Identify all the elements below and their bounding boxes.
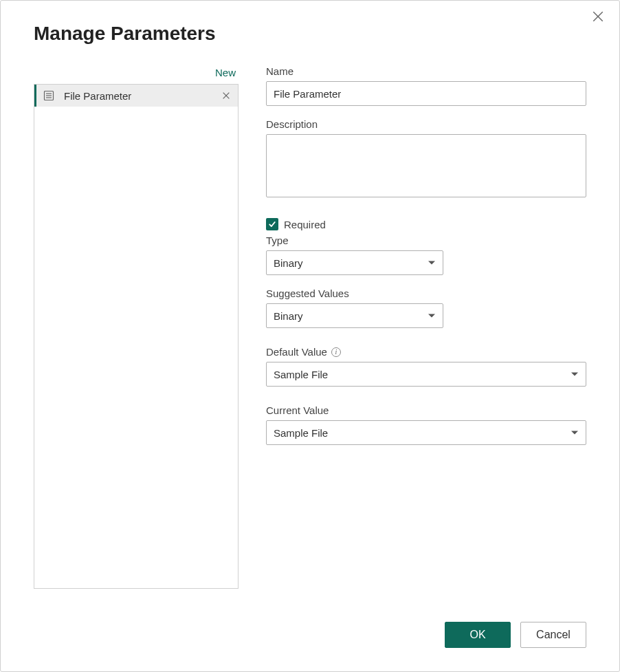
suggested-values-label: Suggested Values	[266, 288, 586, 299]
dialog-title: Manage Parameters	[34, 23, 216, 45]
default-value-dropdown-value: Sample File	[274, 369, 328, 380]
chevron-down-icon	[428, 259, 436, 267]
parameter-form: Name Description Required Type Binary	[266, 65, 586, 589]
required-checkbox[interactable]	[266, 218, 278, 230]
name-label: Name	[266, 65, 586, 77]
description-input[interactable]	[266, 134, 586, 197]
required-label: Required	[284, 219, 326, 230]
parameter-icon	[42, 89, 56, 102]
description-label: Description	[266, 118, 586, 130]
type-label: Type	[266, 235, 586, 246]
default-value-label: Default Value i	[266, 346, 586, 358]
type-dropdown-value: Binary	[274, 257, 303, 269]
parameter-list: File Parameter	[34, 84, 239, 589]
parameter-item-label: File Parameter	[64, 90, 220, 102]
suggested-values-dropdown[interactable]: Binary	[266, 303, 443, 328]
manage-parameters-dialog: Manage Parameters New File Parameter	[0, 0, 620, 672]
type-dropdown[interactable]: Binary	[266, 250, 443, 275]
dialog-footer: OK Cancel	[445, 622, 586, 648]
default-value-dropdown[interactable]: Sample File	[266, 362, 586, 387]
current-value-dropdown-value: Sample File	[274, 427, 328, 439]
chevron-down-icon	[571, 370, 579, 378]
info-icon[interactable]: i	[331, 347, 341, 357]
close-icon[interactable]	[592, 10, 606, 24]
required-row: Required	[266, 218, 586, 230]
parameter-list-item[interactable]: File Parameter	[34, 85, 238, 107]
current-value-label: Current Value	[266, 404, 586, 416]
name-input[interactable]	[266, 81, 586, 106]
dialog-content: New File Parameter	[34, 65, 586, 589]
new-parameter-link[interactable]: New	[34, 65, 239, 84]
parameter-list-pane: New File Parameter	[34, 65, 239, 589]
delete-parameter-icon[interactable]	[220, 89, 232, 102]
current-value-dropdown[interactable]: Sample File	[266, 420, 586, 445]
chevron-down-icon	[571, 429, 579, 437]
chevron-down-icon	[428, 312, 436, 320]
cancel-button[interactable]: Cancel	[520, 622, 586, 648]
ok-button[interactable]: OK	[445, 622, 511, 648]
suggested-values-dropdown-value: Binary	[274, 310, 303, 322]
